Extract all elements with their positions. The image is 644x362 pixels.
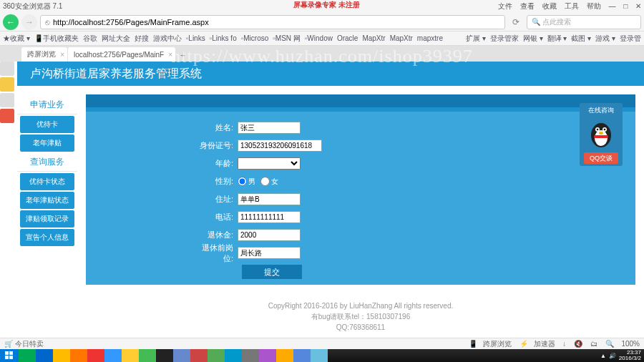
qq-penguin-icon (587, 118, 615, 150)
bm-item[interactable]: 谷歌 (83, 34, 97, 44)
radio-female[interactable] (260, 177, 270, 186)
task-icon[interactable] (70, 349, 87, 362)
task-icon[interactable] (242, 349, 259, 362)
task-icon[interactable] (259, 349, 276, 362)
launcher-icon[interactable] (0, 109, 14, 123)
task-icon[interactable] (156, 349, 173, 362)
input-post[interactable] (238, 247, 301, 259)
input-tel[interactable] (238, 211, 301, 223)
bm-right[interactable]: 游戏 ▾ (595, 34, 615, 44)
bm-right[interactable]: 截图 ▾ (571, 34, 591, 44)
sidebar-item[interactable]: 津贴领取记录 (20, 210, 74, 228)
bm-item[interactable]: 好搜 (135, 34, 149, 44)
task-icon[interactable] (122, 349, 139, 362)
fav-icon[interactable]: ★收藏 ▾ (3, 34, 30, 44)
tray-icon[interactable]: ▲ (600, 353, 606, 359)
task-icon[interactable] (139, 349, 156, 362)
svg-rect-8 (5, 351, 9, 355)
task-icon[interactable] (19, 349, 36, 362)
radio-male[interactable] (238, 177, 247, 186)
select-age[interactable] (238, 157, 301, 170)
tools-icon[interactable]: 🗂 (590, 340, 597, 348)
window-close[interactable]: ✕ (635, 2, 641, 10)
task-icon[interactable] (190, 349, 208, 362)
task-icon[interactable] (208, 349, 225, 362)
launcher-icon[interactable] (0, 93, 14, 107)
task-icon[interactable] (173, 349, 190, 362)
svg-point-4 (597, 129, 599, 131)
task-icon[interactable] (36, 349, 53, 362)
sidebar-item[interactable]: 老年津贴状态 (20, 192, 74, 209)
tab-close-icon[interactable]: × (168, 51, 172, 59)
status-item[interactable]: 📱跨屏浏览 (469, 340, 512, 348)
bm-item[interactable]: 📱手机收藏夹 (34, 34, 79, 44)
svg-rect-7 (594, 135, 608, 138)
bm-right[interactable]: 扩展 ▾ (466, 34, 486, 44)
sidebar-item[interactable]: 优待卡 (20, 116, 74, 133)
task-icon[interactable] (293, 349, 311, 362)
menu-view[interactable]: 查看 (520, 2, 535, 10)
mute-icon[interactable]: 🔇 (574, 340, 582, 348)
bm-item[interactable]: 游戏中心 (153, 34, 182, 44)
task-icon[interactable] (225, 349, 242, 362)
start-button[interactable] (0, 349, 19, 362)
menu-fav[interactable]: 收藏 (542, 2, 557, 10)
zoom-level[interactable]: 🔍 100% (605, 340, 640, 348)
search-input[interactable]: 🔍 点此搜索 (527, 15, 641, 29)
bm-right[interactable]: 登录管家 (490, 34, 519, 44)
search-placeholder: 点此搜索 (542, 17, 571, 27)
nav-forward-button[interactable]: → (21, 14, 37, 30)
bm-item[interactable]: Oracle (337, 34, 358, 42)
tab-active[interactable]: localhost:2756/Pages/MainF× (68, 47, 175, 62)
sidebar-item[interactable]: 宣告个人信息 (20, 229, 74, 246)
status-item[interactable]: ⚡加速器 (519, 340, 555, 348)
download-icon[interactable]: ↓ (562, 340, 566, 348)
launcher-icon[interactable] (0, 77, 14, 92)
task-icon[interactable] (276, 349, 293, 362)
bm-item[interactable]: ▫MSN 网 (273, 34, 301, 44)
app-title: 卢沟桥街道居家养老服务管理系统 (30, 67, 202, 82)
tab-close-icon[interactable]: × (60, 51, 64, 59)
task-icon[interactable] (311, 349, 328, 362)
bm-item[interactable]: ▫Links (186, 34, 205, 42)
window-min[interactable]: — (608, 2, 615, 10)
chat-widget[interactable]: 在线咨询 QQ交谈 (580, 103, 623, 166)
chat-button[interactable]: QQ交谈 (584, 152, 618, 164)
bm-item[interactable]: ▫Microso (241, 34, 269, 42)
window-max[interactable]: □ (623, 2, 628, 10)
url-input[interactable]: ⎋ http://localhost:2756/Pages/MainFrame.… (40, 15, 505, 29)
bm-item[interactable]: MapXtr (362, 34, 385, 42)
bm-item[interactable]: ▫Window (305, 34, 333, 42)
input-name[interactable] (238, 122, 301, 134)
input-pension[interactable] (238, 229, 301, 241)
input-id[interactable] (238, 140, 322, 152)
menu-tools[interactable]: 工具 (565, 2, 579, 10)
task-icon[interactable] (53, 349, 70, 362)
bm-item[interactable]: mapxtre (417, 34, 443, 42)
tab[interactable]: 跨屏浏览× (21, 47, 67, 62)
menu-file[interactable]: 文件 (498, 2, 512, 10)
tray-icon[interactable]: 🔊 (609, 353, 616, 359)
task-icon[interactable] (87, 349, 104, 362)
svg-rect-9 (9, 351, 13, 355)
nav-back-button[interactable]: ← (3, 14, 19, 30)
sidebar-item[interactable]: 优待卡状态 (20, 173, 74, 190)
label-id: 身份证号: (197, 140, 238, 151)
menu-help[interactable]: 帮助 (587, 2, 601, 10)
new-tab-button[interactable]: + (176, 49, 189, 62)
launcher-icon[interactable] (0, 62, 14, 76)
input-addr[interactable] (238, 193, 301, 205)
bm-item[interactable]: 网址大全 (102, 34, 130, 44)
submit-button[interactable]: 提交 (242, 265, 302, 279)
bm-item[interactable]: MapXtr (390, 34, 413, 42)
bm-item[interactable]: ▫Links fo (210, 34, 237, 42)
bm-right[interactable]: 网银 ▾ (523, 34, 543, 44)
system-tray[interactable]: ▲ 🔊 23:372016/3/2 (600, 350, 644, 361)
sidebar-item[interactable]: 老年津贴 (20, 134, 74, 152)
bm-right[interactable]: 翻译 ▾ (547, 34, 567, 44)
bm-right[interactable]: 登录管 (620, 34, 641, 44)
clock[interactable]: 23:372016/3/2 (619, 350, 641, 361)
reload-button[interactable]: ⟳ (508, 14, 524, 30)
task-icon[interactable] (104, 349, 122, 362)
status-left[interactable]: 🛒 今日特卖 (4, 339, 44, 349)
